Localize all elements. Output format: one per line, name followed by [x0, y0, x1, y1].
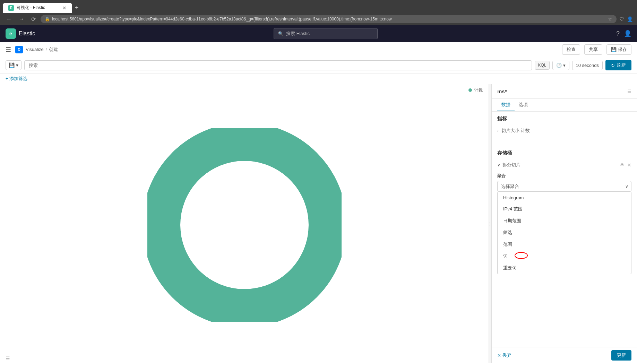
- forward-button[interactable]: →: [17, 15, 26, 23]
- breadcrumb-visualize[interactable]: Visualize: [26, 47, 44, 52]
- bucket-header: ∨ 拆分切片 👁 ✕: [497, 160, 631, 170]
- profile-button[interactable]: 👤: [627, 16, 633, 22]
- top-navigation: e Elastic 🔍 搜索 Elastic ? 👤: [0, 25, 637, 42]
- share-button[interactable]: 共享: [584, 44, 602, 55]
- metrics-title: 指标: [497, 116, 631, 122]
- browser-action-buttons: 🛡 👤: [619, 16, 633, 22]
- panel-index-title: ms*: [497, 88, 507, 94]
- app-container: e Elastic 🔍 搜索 Elastic ? 👤 ☰ D Visualize…: [0, 25, 637, 363]
- agg-select-area: 聚合 选择聚合 ∨ Histogram IPv4 范围 日期范围 筛选 范围: [497, 173, 631, 274]
- back-button[interactable]: ←: [4, 15, 14, 23]
- query-bar-left: 💾 ▾ KQL: [6, 60, 550, 70]
- agg-dropdown-list: Histogram IPv4 范围 日期范围 筛选 范围 词 重要词: [497, 192, 631, 274]
- legend-label: 计数: [474, 87, 483, 93]
- app-logo: e Elastic: [6, 28, 35, 39]
- extensions-button[interactable]: 🛡: [619, 16, 624, 22]
- dropdown-item-date-range[interactable]: 日期范围: [498, 215, 631, 227]
- app-title: Elastic: [19, 31, 35, 37]
- bucket-left: ∨ 拆分切片: [497, 162, 520, 168]
- discard-label: 丢弃: [502, 352, 511, 358]
- tab-title: 可视化 - Elastic: [17, 5, 45, 11]
- help-button[interactable]: ?: [616, 30, 620, 37]
- viz-menu-icon[interactable]: ☰: [6, 356, 10, 361]
- dropdown-item-significant-words[interactable]: 重要词: [498, 262, 631, 274]
- lock-icon: 🔒: [45, 17, 50, 21]
- breadcrumb-separator: /: [46, 47, 47, 52]
- dropdown-item-histogram[interactable]: Histogram: [498, 192, 631, 203]
- kql-badge[interactable]: KQL: [535, 61, 549, 70]
- browser-chrome: E 可视化 - Elastic ✕ + ← → ⟳ 🔒 localhost:56…: [0, 0, 637, 25]
- save-label: 保存: [618, 46, 627, 53]
- browser-tab-active[interactable]: E 可视化 - Elastic ✕: [3, 3, 72, 13]
- secondary-navigation: ☰ D Visualize / 创建 检查 共享 💾 保存: [0, 42, 637, 57]
- panel-menu-icon[interactable]: ☰: [627, 89, 631, 94]
- tab-close-button[interactable]: ✕: [62, 5, 67, 11]
- panel-tabs: 数据 选项: [492, 99, 637, 112]
- query-bar: 💾 ▾ KQL 🕐 ▾ 10 seconds ↻ 刷新: [0, 57, 637, 73]
- donut-svg: [147, 128, 342, 322]
- legend-dot: [468, 88, 472, 92]
- breadcrumb-d-icon: D: [15, 46, 23, 53]
- browser-address-bar: ← → ⟳ 🔒 localhost:5601/app/visualize#/cr…: [0, 13, 637, 25]
- resize-handle[interactable]: ⋮: [489, 84, 491, 363]
- dropdown-item-range[interactable]: 范围: [498, 239, 631, 250]
- agg-select[interactable]: 选择聚合: [498, 181, 631, 191]
- user-profile-button[interactable]: 👤: [624, 30, 631, 37]
- buckets-section: 存储桶 ∨ 拆分切片 👁 ✕ 聚合 选择聚合: [492, 146, 637, 278]
- refresh-button[interactable]: ↻ 刷新: [605, 60, 631, 70]
- clock-icon: 🕐: [556, 63, 562, 68]
- refresh-label: 刷新: [617, 62, 626, 68]
- update-button[interactable]: 更新: [611, 350, 631, 361]
- saved-query-button[interactable]: 💾 ▾: [6, 60, 21, 70]
- address-text: localhost:5601/app/visualize#/create?typ…: [52, 17, 606, 21]
- right-panel: ms* ☰ 数据 选项 指标 › 切片大小 计数 存储桶: [491, 84, 637, 363]
- tab-data[interactable]: 数据: [497, 99, 515, 111]
- query-input[interactable]: [24, 60, 532, 70]
- time-filter-dropdown-arrow: ▾: [563, 63, 566, 68]
- new-tab-button[interactable]: +: [72, 3, 81, 13]
- main-content: 计数 ☰ ⋮ ms* ☰: [0, 84, 637, 363]
- add-filter-button[interactable]: + 添加筛选: [6, 76, 27, 82]
- reload-button[interactable]: ⟳: [29, 15, 38, 23]
- buckets-title: 存储桶: [497, 150, 631, 156]
- collapse-icon[interactable]: ∨: [497, 163, 500, 167]
- topnav-actions: ? 👤: [616, 30, 631, 37]
- metric-item-count[interactable]: › 切片大小 计数: [497, 125, 631, 136]
- viz-bottom-bar: ☰: [0, 354, 489, 363]
- bookmark-icon[interactable]: ☆: [608, 16, 612, 22]
- secondary-nav-actions: 检查 共享 💾 保存: [562, 44, 631, 55]
- time-filter[interactable]: 🕐 ▾: [552, 61, 569, 70]
- agg-select-wrapper[interactable]: 选择聚合 ∨: [497, 181, 631, 192]
- filter-bar: + 添加筛选: [0, 73, 637, 84]
- bucket-visibility-button[interactable]: 👁: [620, 162, 625, 168]
- dropdown-item-word[interactable]: 词: [498, 250, 631, 262]
- bottom-bar-left: ✕ 丢弃: [497, 352, 511, 358]
- bucket-remove-button[interactable]: ✕: [627, 162, 631, 168]
- elastic-logo-icon: e: [6, 28, 16, 39]
- address-bar[interactable]: 🔒 localhost:5601/app/visualize#/create?t…: [41, 15, 617, 23]
- bucket-title: 拆分切片: [502, 162, 520, 168]
- search-placeholder: 搜索 Elastic: [286, 31, 310, 37]
- right-panel-header: ms* ☰: [492, 84, 637, 99]
- viz-header: 计数: [0, 84, 489, 96]
- agg-label: 聚合: [497, 173, 631, 179]
- dropdown-item-filter[interactable]: 筛选: [498, 227, 631, 239]
- tab-options[interactable]: 选项: [515, 99, 532, 111]
- save-button[interactable]: 💾 保存: [606, 44, 631, 55]
- global-search-bar[interactable]: 🔍 搜索 Elastic: [274, 28, 378, 39]
- donut-chart: [147, 128, 342, 322]
- refresh-icon: ↻: [611, 63, 615, 68]
- dropdown-arrow: ▾: [16, 62, 18, 68]
- discard-button[interactable]: ✕ 丢弃: [497, 352, 511, 358]
- visualization-area: 计数 ☰: [0, 84, 489, 363]
- hamburger-menu-button[interactable]: ☰: [6, 46, 11, 53]
- add-filter-label: + 添加筛选: [6, 76, 27, 82]
- save-icon: 💾: [611, 47, 617, 52]
- metrics-section: 指标 › 切片大小 计数: [492, 112, 637, 140]
- dropdown-item-ipv4[interactable]: IPv4 范围: [498, 203, 631, 215]
- bucket-actions: 👁 ✕: [620, 162, 631, 168]
- section-divider: [492, 143, 637, 143]
- chevron-icon: ›: [497, 128, 499, 133]
- inspect-button[interactable]: 检查: [562, 44, 580, 55]
- time-value-display[interactable]: 10 seconds: [572, 61, 603, 70]
